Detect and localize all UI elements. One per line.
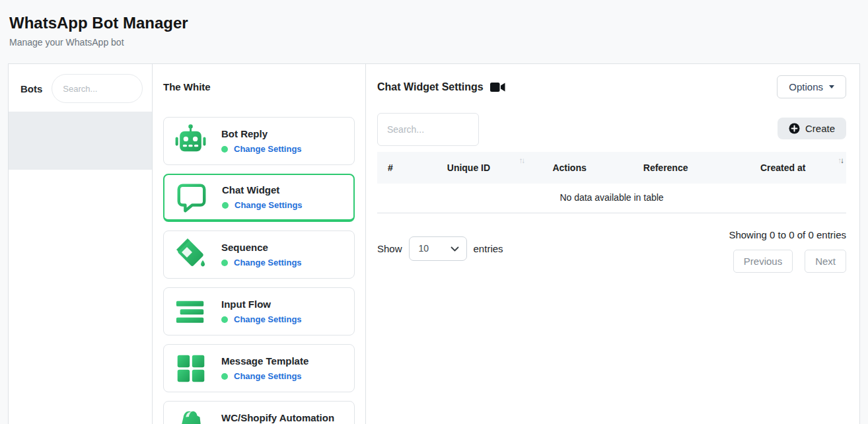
feature-card-input-flow[interactable]: Input Flow Change Settings — [163, 287, 355, 336]
settings-panel: Chat Widget Settings Options — [366, 64, 859, 424]
feature-card-sequence[interactable]: Sequence Change Settings — [163, 230, 355, 279]
page-title: WhatsApp Bot Manager — [9, 13, 859, 33]
feature-title: Input Flow — [221, 299, 302, 310]
bot-features-panel: The White — [153, 64, 366, 424]
bot-name: The White — [163, 81, 355, 92]
feature-title: Message Template — [221, 355, 308, 367]
entries-label: entries — [474, 243, 503, 254]
status-dot-icon — [222, 202, 229, 209]
next-button[interactable]: Next — [805, 250, 846, 273]
shopping-bag-icon — [173, 407, 208, 424]
feature-card-chat-widget[interactable]: Chat Widget Change Settings — [163, 174, 355, 222]
bots-label: Bots — [20, 83, 42, 94]
feature-title: Chat Widget — [222, 184, 303, 195]
column-header-created-at[interactable]: Created at ↑↓ — [719, 152, 846, 184]
feature-title: Bot Reply — [221, 128, 302, 139]
column-header-number[interactable]: # — [377, 152, 410, 184]
feature-card-message-template[interactable]: Message Template Change Settings — [163, 344, 355, 392]
pagination-summary: Showing 0 to 0 of 0 entries — [729, 229, 846, 240]
change-settings-link[interactable]: Change Settings — [234, 371, 302, 381]
change-settings-link[interactable]: Change Settings — [234, 144, 302, 154]
robot-icon — [173, 124, 208, 159]
video-camera-icon — [490, 82, 505, 92]
table-search-input[interactable] — [377, 113, 479, 146]
plus-circle-icon — [789, 123, 800, 134]
input-bars-icon — [173, 294, 208, 329]
change-settings-link[interactable]: Change Settings — [234, 258, 302, 267]
status-dot-icon — [221, 373, 228, 380]
chevron-down-icon — [829, 85, 834, 88]
options-button[interactable]: Options — [777, 75, 846, 98]
feature-title: Sequence — [221, 242, 302, 253]
feature-card-wc-shopify-automation[interactable]: WC/Shopify Automation Change Settings — [163, 401, 355, 424]
sort-icon: ↑↓ — [838, 157, 844, 164]
feature-card-bot-reply[interactable]: Bot Reply Change Settings — [163, 117, 355, 165]
main-panel: Bots The White — [8, 63, 860, 424]
create-button-label: Create — [805, 123, 835, 134]
sort-icon: ↑↓ — [519, 157, 524, 164]
bot-list-item-selected[interactable] — [9, 112, 152, 170]
table-empty-row: No data available in table — [377, 184, 846, 213]
page-header: WhatsApp Bot Manager Manage your WhatsAp… — [0, 0, 868, 48]
settings-title: Chat Widget Settings — [377, 81, 484, 93]
feature-title: WC/Shopify Automation — [221, 412, 334, 423]
bots-search-input[interactable] — [52, 74, 143, 103]
change-settings-link[interactable]: Change Settings — [235, 200, 303, 210]
page-subtitle: Manage your WhatsApp bot — [9, 37, 859, 48]
change-settings-link[interactable]: Change Settings — [234, 314, 302, 324]
previous-button[interactable]: Previous — [733, 250, 793, 273]
page-size-select[interactable]: 10 — [409, 236, 467, 261]
column-header-unique-id[interactable]: Unique ID ↑↓ — [410, 152, 528, 184]
options-button-label: Options — [789, 81, 823, 92]
column-header-actions[interactable]: Actions — [527, 152, 612, 184]
create-button[interactable]: Create — [778, 118, 846, 139]
grid-icon — [173, 351, 208, 386]
paint-bucket-icon — [173, 237, 208, 272]
widgets-table: # Unique ID ↑↓ Actions Reference Created… — [377, 152, 846, 213]
status-dot-icon — [221, 316, 228, 323]
show-label: Show — [377, 243, 402, 254]
bots-sidebar: Bots — [9, 64, 153, 424]
status-dot-icon — [221, 146, 228, 153]
column-header-reference[interactable]: Reference — [612, 152, 719, 184]
chat-bubble-icon — [174, 180, 209, 215]
empty-message: No data available in table — [377, 184, 846, 213]
status-dot-icon — [221, 260, 228, 266]
